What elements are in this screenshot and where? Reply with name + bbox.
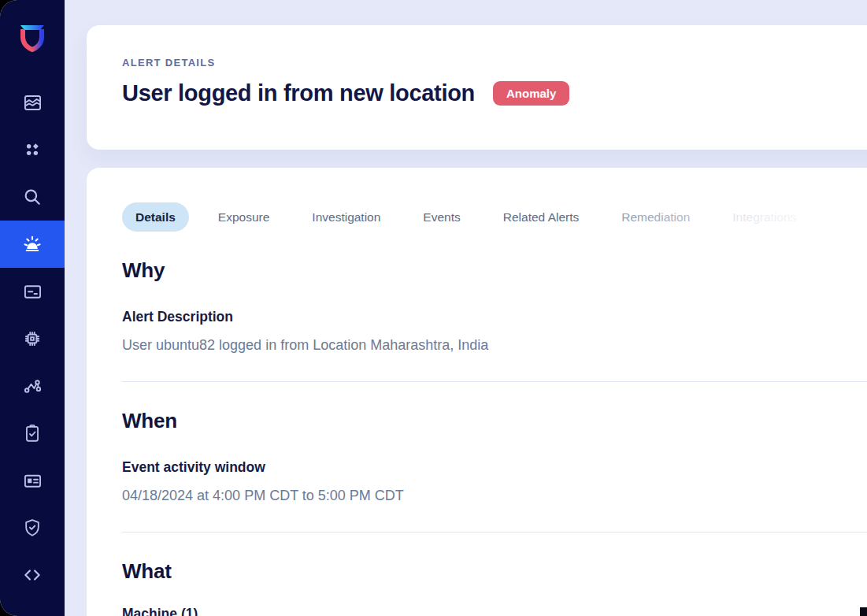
section-heading-why: Why <box>122 258 867 283</box>
alert-header-card: ALERT DETAILS User logged in from new lo… <box>87 25 867 150</box>
alert-description-label: Alert Description <box>122 309 867 325</box>
sidebar-item-developer[interactable] <box>0 551 65 599</box>
alert-description-value: User ubuntu82 logged in from Location Ma… <box>122 337 867 354</box>
sidebar-item-apps[interactable] <box>0 126 65 173</box>
id-card-icon <box>22 470 43 492</box>
shield-logo-icon <box>15 19 50 57</box>
code-icon <box>21 564 43 586</box>
window-card-icon <box>22 281 43 302</box>
clipboard-check-icon <box>22 423 43 443</box>
section-what: What Machine (1) <box>122 533 867 616</box>
event-window-label: Event activity window <box>122 459 867 476</box>
app-logo[interactable] <box>0 19 65 57</box>
alert-content-card: Details Exposure Investigation Events Re… <box>87 168 867 616</box>
app-window: ALERT DETAILS User logged in from new lo… <box>0 0 867 616</box>
sidebar-item-search[interactable] <box>0 173 65 221</box>
section-heading-what: What <box>122 559 867 584</box>
tab-investigation[interactable]: Investigation <box>298 202 394 232</box>
tab-remediation[interactable]: Remediation <box>608 202 703 232</box>
sidebar-item-policies[interactable] <box>0 504 65 551</box>
partial-bottom-icon <box>21 611 43 616</box>
tab-integrations[interactable]: Integrations <box>719 202 810 232</box>
apps-grid-icon <box>22 139 43 160</box>
page-title: User logged in from new location <box>122 80 475 106</box>
sidebar-item-console[interactable] <box>0 268 65 315</box>
corner-artifact <box>860 607 867 616</box>
cpu-chip-icon <box>22 328 43 349</box>
section-when: When Event activity window 04/18/2024 at… <box>122 382 867 532</box>
page-eyebrow: ALERT DETAILS <box>122 57 867 69</box>
sidebar-item-partial[interactable] <box>0 599 65 616</box>
sidebar-nav <box>0 79 65 616</box>
sidebar-item-dashboard[interactable] <box>0 79 65 126</box>
tab-exposure[interactable]: Exposure <box>205 202 283 232</box>
tab-related-alerts[interactable]: Related Alerts <box>490 202 593 232</box>
tab-bar: Details Exposure Investigation Events Re… <box>122 202 867 232</box>
area-chart-icon <box>22 92 43 113</box>
machine-label: Machine (1) <box>122 606 867 616</box>
sidebar-item-alerts[interactable] <box>0 221 65 268</box>
tab-details[interactable]: Details <box>122 202 189 232</box>
tab-events[interactable]: Events <box>409 202 473 232</box>
sidebar-item-assets[interactable] <box>0 315 65 362</box>
status-badge: Anomaly <box>493 81 569 106</box>
sidebar-item-activity[interactable] <box>0 362 65 410</box>
sidebar-item-reports[interactable] <box>0 457 65 504</box>
shield-check-icon <box>22 518 43 538</box>
section-why: Why Alert Description User ubuntu82 logg… <box>122 232 867 381</box>
event-window-value: 04/18/2024 at 4:00 PM CDT to 5:00 PM CDT <box>122 488 867 504</box>
sidebar-item-compliance[interactable] <box>0 410 65 457</box>
section-heading-when: When <box>122 409 867 433</box>
alert-siren-icon <box>21 233 43 255</box>
main-area: ALERT DETAILS User logged in from new lo… <box>65 0 867 616</box>
search-icon <box>22 187 43 207</box>
network-graph-icon <box>22 376 43 397</box>
sidebar <box>0 0 65 616</box>
